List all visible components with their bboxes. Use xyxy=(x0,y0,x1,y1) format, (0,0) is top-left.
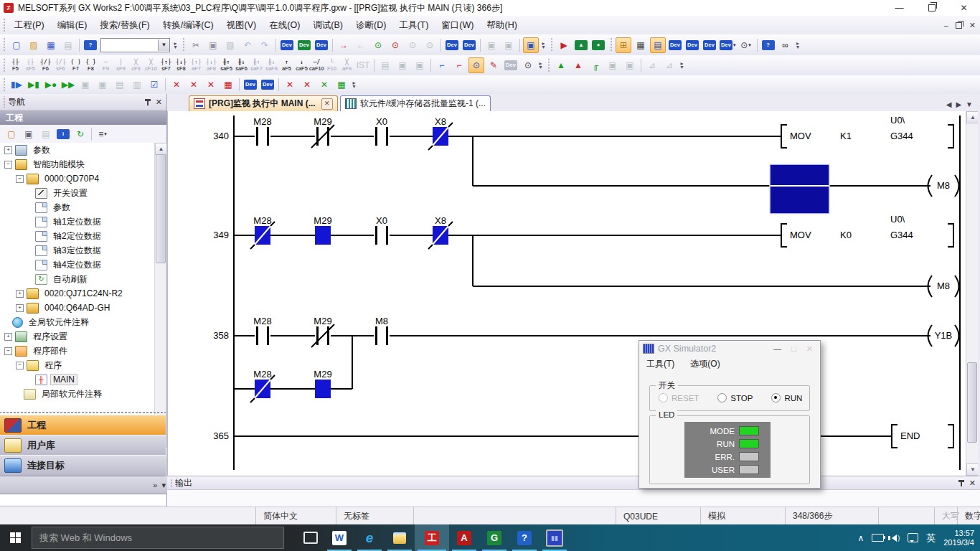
step-cursor-icon[interactable]: ▶▶ xyxy=(60,77,76,93)
ladder-symbol-cf10[interactable]: ╳cF10 xyxy=(143,57,159,74)
wire-delete-icon[interactable]: ⌐ xyxy=(451,57,467,73)
break-clear-icon[interactable]: ✕ xyxy=(169,77,184,93)
toolbar-overflow-icon[interactable]: ▸▾ xyxy=(540,38,547,52)
skip-list-icon[interactable]: ▦ xyxy=(220,77,236,93)
tree-item-0020qj71c24nr2[interactable]: +0020:QJ71C24N-R2 xyxy=(0,286,166,301)
tree-item-[interactable]: 全局软元件注释 xyxy=(0,315,166,329)
ladder-coil[interactable]: M8 xyxy=(928,175,959,197)
device-memory-icon[interactable]: Dev xyxy=(684,37,700,53)
menu-item-6[interactable]: 调试(B) xyxy=(306,17,349,33)
ladder-contact[interactable]: X8 xyxy=(428,215,453,249)
ladder-symbol-sf8[interactable]: ┤↓├sF8 xyxy=(174,57,189,74)
expand-icon[interactable]: + xyxy=(16,304,24,312)
verify-with-plc-icon[interactable]: Dev xyxy=(314,37,329,53)
ladder-cursor[interactable] xyxy=(770,164,829,214)
word-icon[interactable]: W xyxy=(324,524,354,551)
expand-icon[interactable]: + xyxy=(4,146,12,154)
wire-draw-icon[interactable]: ⌐ xyxy=(434,57,450,73)
gxworks2-icon[interactable]: 工 xyxy=(415,524,449,551)
window-restore-button[interactable] xyxy=(915,0,948,16)
step-run-icon[interactable]: ▶▮ xyxy=(26,77,42,93)
step-break-icon[interactable]: ▶● xyxy=(43,77,59,93)
device-test-clear-icon[interactable]: Dev xyxy=(242,77,258,93)
ladder-symbol-cf9[interactable]: ╳cF9 xyxy=(128,57,143,74)
simulator-menu-item-0[interactable]: 工具(T) xyxy=(646,358,674,370)
break-clear2-icon[interactable]: ✕ xyxy=(186,77,202,93)
pulse-exec-icon[interactable]: ╓ xyxy=(588,57,603,73)
data-property-icon[interactable]: i xyxy=(55,126,71,142)
nav-overflow-icon[interactable]: » xyxy=(153,481,157,489)
tree-item-0000qd70p4[interactable]: −0000:QD70P4 xyxy=(0,171,166,186)
combobox-dropdown-icon[interactable]: ▼ xyxy=(158,39,169,51)
ladder-contact[interactable]: M28 xyxy=(253,116,271,146)
gt-designer-icon[interactable]: G xyxy=(479,524,509,551)
scan-exec-icon[interactable]: ▲ xyxy=(553,57,569,73)
menu-item-5[interactable]: 在线(O) xyxy=(263,17,306,33)
gx-simulator-icon[interactable]: ▮▮ xyxy=(540,524,570,551)
step-pause-icon[interactable]: ▮▶ xyxy=(9,77,24,93)
acrobat-icon[interactable]: A xyxy=(449,524,479,551)
help-app-icon[interactable]: ? xyxy=(509,524,540,551)
output-pin-icon[interactable] xyxy=(958,479,964,487)
nav-button-project[interactable]: 工程 xyxy=(0,415,166,436)
tree-item-main[interactable]: ╫MAIN xyxy=(0,372,166,387)
radio-dot-run[interactable] xyxy=(771,393,781,402)
ladder-contact[interactable]: X8 xyxy=(428,116,453,150)
toolbar-overflow-icon[interactable]: ▸▾ xyxy=(350,77,358,92)
device-comment-icon[interactable]: Dev xyxy=(667,37,683,53)
ladder-symbol-sf5[interactable]: ┤├sF5 xyxy=(23,57,38,74)
simulator-minimize-button[interactable]: — xyxy=(773,344,781,353)
menu-item-2[interactable]: 搜索/替换(F) xyxy=(93,17,156,33)
menu-item-3[interactable]: 转换/编译(C) xyxy=(156,17,220,33)
tray-expand-icon[interactable]: ∧ xyxy=(857,533,864,543)
nav-close-icon[interactable]: ✕ xyxy=(156,98,162,106)
ladder-contact[interactable]: M29 xyxy=(311,116,334,148)
document-tab-1[interactable]: 软元件/缓冲存储器批量监视-1 (... xyxy=(340,95,491,111)
ladder-symbol-f9[interactable]: ─F9 xyxy=(98,57,113,74)
refresh-view-icon[interactable]: ↻ xyxy=(72,126,88,142)
notification-icon[interactable] xyxy=(908,533,918,542)
mdi-minimize-button[interactable]: – xyxy=(944,21,948,29)
exec-list-icon[interactable]: ▦ xyxy=(334,77,349,93)
find-binoculars-icon[interactable]: ∞ xyxy=(778,37,793,53)
collapse-icon[interactable]: − xyxy=(16,362,24,369)
tree-item-[interactable]: +参数 xyxy=(0,143,166,157)
zoom-icon[interactable]: ⊙ xyxy=(520,57,536,73)
tree-item-4[interactable]: 轴4定位数据 xyxy=(0,258,166,272)
ladder-symbol-sf9[interactable]: │sF9 xyxy=(113,57,128,74)
menu-item-1[interactable]: 编辑(E) xyxy=(51,17,94,33)
tree-item-[interactable]: +程序设置 xyxy=(0,329,166,344)
output-close-icon[interactable]: ✕ xyxy=(969,479,976,487)
ladder-symbol-af7[interactable]: ┤↑├aF7 xyxy=(189,57,204,74)
device-list-icon[interactable]: Dev xyxy=(702,37,717,53)
tree-item-[interactable]: 参数 xyxy=(0,200,166,215)
ladder-symbol-f6[interactable]: ┤/├F6 xyxy=(38,57,53,74)
ladder-scroll-thumb[interactable] xyxy=(967,362,977,443)
tree-item-[interactable]: −智能功能模块 xyxy=(0,157,166,171)
help-icon[interactable]: ? xyxy=(83,37,98,53)
menu-item-8[interactable]: 工具(T) xyxy=(392,17,435,33)
ladder-symbol-caf10[interactable]: ─/caF10 xyxy=(309,57,324,74)
ladder-symbol-sf6[interactable]: ┤/├sF6 xyxy=(53,57,68,74)
tree-scroll-thumb[interactable] xyxy=(156,154,166,263)
ladder-coil[interactable]: M8 xyxy=(928,276,959,297)
ladder-symbol-af5[interactable]: ↑aF5 xyxy=(279,57,294,74)
ladder-contact[interactable]: M29 xyxy=(314,215,331,245)
check-list-icon[interactable]: ☑ xyxy=(146,77,162,93)
open-project-icon[interactable]: ▨ xyxy=(26,37,42,53)
nav-button-connect[interactable]: 连接目标 xyxy=(0,455,166,476)
tab-list-icon[interactable]: ▼ xyxy=(966,100,973,108)
step-exec-icon[interactable]: ▲ xyxy=(570,57,586,73)
ime-language-indicator[interactable]: 英 xyxy=(926,532,936,545)
tree-item-0040q64adgh[interactable]: +0040:Q64AD-GH xyxy=(0,301,166,315)
toolbar-overflow-icon[interactable]: ▸▾ xyxy=(678,58,686,72)
nav-pin-icon[interactable] xyxy=(145,98,151,106)
save-project-icon[interactable]: ▦ xyxy=(43,37,59,53)
toolbar-overflow-icon[interactable]: ▸▾ xyxy=(794,38,802,52)
mdi-close-button[interactable]: ✕ xyxy=(969,21,976,30)
menu-item-7[interactable]: 诊断(D) xyxy=(349,17,392,33)
collapse-icon[interactable]: − xyxy=(16,175,24,183)
volume-icon[interactable]: ) xyxy=(892,534,900,542)
tab-scroll-right-icon[interactable]: ▶ xyxy=(956,100,961,108)
monitor-write-mode-icon[interactable]: ⊙ xyxy=(387,37,403,53)
